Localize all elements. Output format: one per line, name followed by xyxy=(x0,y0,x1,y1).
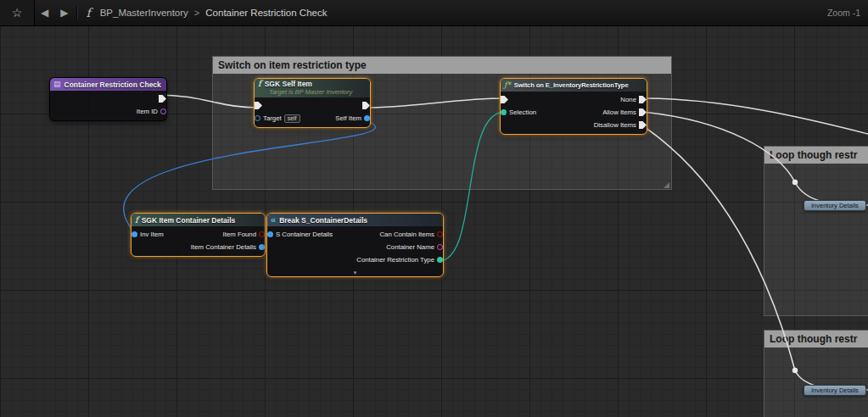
case-disallow-exec-pin[interactable] xyxy=(639,121,647,129)
wire-exec-none-out xyxy=(642,98,868,134)
pin-label-container-name: Container Name xyxy=(386,243,434,251)
pin-label-item-found: Item Found xyxy=(223,231,256,238)
node-inventory-details-top[interactable]: Inventory Details xyxy=(804,200,866,211)
zoom-level-label: Zoom -1 xyxy=(827,8,868,18)
node-sgk-self-item[interactable]: SGK Self Item Target is BP Master Invent… xyxy=(254,78,371,128)
function-icon xyxy=(135,216,138,225)
comment-resize-grip[interactable]: ◢ xyxy=(664,181,669,189)
case-allow-exec-pin[interactable] xyxy=(639,108,647,116)
function-glyph xyxy=(80,0,96,25)
pin-label-s-container-details: S Container Details xyxy=(276,231,333,238)
can-contain-items-pin[interactable] xyxy=(437,231,443,237)
pin-label-container-restriction-type: Container Restriction Type xyxy=(356,256,434,264)
node-break-s-containerdetails[interactable]: Break S_ContainerDetails S Container Det… xyxy=(266,213,444,277)
break-struct-icon xyxy=(271,216,276,225)
exec-output-pin[interactable] xyxy=(362,102,370,109)
node-container-restriction-check[interactable]: Container Restriction Check Item ID xyxy=(49,77,167,121)
forward-arrow-icon xyxy=(60,7,68,19)
breadcrumb-current[interactable]: Container Restriction Check xyxy=(205,8,327,18)
breadcrumb-toolbar: BP_MasterInventory > Container Restricti… xyxy=(0,0,868,26)
switch-icon xyxy=(504,81,511,89)
comment-box-loop-bottom[interactable]: Loop though restr xyxy=(764,330,868,417)
inv-item-pin[interactable] xyxy=(132,231,137,237)
pin-label-item-container-details: Item Container Details xyxy=(191,243,256,251)
pin-label-can-contain-items: Can Contain Items xyxy=(379,231,434,238)
comment-title-switch[interactable]: Switch on item restriction type xyxy=(213,57,671,74)
pin-label-target: Target xyxy=(263,114,282,122)
function-entry-icon xyxy=(53,81,61,88)
nav-back-button[interactable] xyxy=(35,0,54,25)
pin-label-allow-items: Allow Items xyxy=(602,108,636,116)
node-title: SGK Item Container Details xyxy=(142,216,236,225)
target-self-value[interactable]: self xyxy=(284,114,300,123)
node-title: Switch on E_InventoryRestrictionType xyxy=(514,81,629,89)
comment-title-loop-bottom[interactable]: Loop though restr xyxy=(764,331,868,348)
target-pin[interactable] xyxy=(255,115,260,121)
toolbar-separator xyxy=(76,6,77,19)
star-icon xyxy=(12,6,23,19)
container-name-pin[interactable] xyxy=(437,244,443,250)
item-container-details-pin[interactable] xyxy=(259,244,265,250)
container-restriction-type-pin[interactable] xyxy=(437,257,443,263)
function-icon xyxy=(86,6,90,19)
item-found-pin[interactable] xyxy=(259,231,265,237)
pin-label-none: None xyxy=(620,96,636,103)
exec-input-pin[interactable] xyxy=(501,96,508,103)
pin-label-disallow-items: Disallow Items xyxy=(594,121,636,129)
exec-output-pin[interactable] xyxy=(159,95,166,103)
item-id-pin[interactable] xyxy=(160,108,166,114)
back-arrow-icon xyxy=(41,7,48,19)
case-none-exec-pin[interactable] xyxy=(639,96,647,103)
node-title: SGK Self Item xyxy=(265,80,312,88)
comment-box-loop-top[interactable]: Loop though restr xyxy=(764,146,868,316)
breadcrumb-root[interactable]: BP_MasterInventory xyxy=(100,8,188,18)
node-subtitle: Target is BP Master Inventory xyxy=(269,88,366,96)
s-container-details-pin[interactable] xyxy=(267,231,273,237)
node-switch-inventory-restriction-type[interactable]: Switch on E_InventoryRestrictionType Non… xyxy=(500,78,647,135)
exec-input-pin[interactable] xyxy=(255,102,262,109)
pin-label-item-id: Item ID xyxy=(137,108,158,115)
pin-label-inv-item: Inv Item xyxy=(140,231,164,238)
node-title: Break S_ContainerDetails xyxy=(279,216,367,225)
node-inventory-details-bottom[interactable]: Inventory Details xyxy=(804,385,866,396)
function-icon xyxy=(258,80,261,88)
blueprint-graph-canvas[interactable]: Switch on item restriction type ◢ Loop t… xyxy=(0,25,868,417)
nav-forward-button[interactable] xyxy=(54,0,74,25)
pin-label-self-item: Self Item xyxy=(335,114,361,122)
bookmark-button[interactable] xyxy=(0,0,35,25)
node-sgk-item-container-details[interactable]: SGK Item Container Details Inv Item Item… xyxy=(131,213,266,257)
comment-title-loop-top[interactable]: Loop though restr xyxy=(764,147,868,164)
node-title: Container Restriction Check xyxy=(64,81,161,89)
collapse-pins-arrow[interactable] xyxy=(353,263,358,278)
breadcrumb-separator: > xyxy=(194,8,199,18)
self-item-pin[interactable] xyxy=(364,115,370,121)
pin-label-selection: Selection xyxy=(509,108,536,116)
selection-pin[interactable] xyxy=(501,109,507,115)
